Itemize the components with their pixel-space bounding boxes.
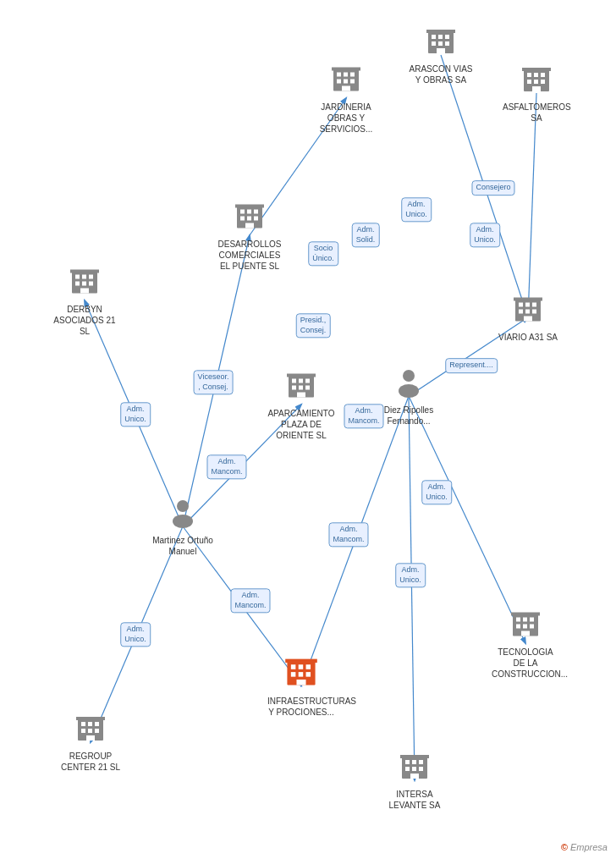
- svg-rect-54: [432, 35, 436, 39]
- svg-rect-38: [254, 210, 258, 214]
- node-arascon: ARASCON VIAS Y OBRAS SA: [407, 25, 475, 85]
- svg-line-11: [528, 93, 536, 317]
- svg-rect-76: [525, 310, 530, 314]
- svg-rect-30: [292, 386, 296, 390]
- svg-rect-71: [514, 298, 542, 301]
- svg-rect-77: [532, 310, 536, 314]
- svg-rect-42: [245, 223, 254, 229]
- svg-rect-100: [523, 618, 527, 622]
- role-badge-15: Represent....: [445, 358, 498, 373]
- svg-rect-113: [419, 767, 423, 771]
- svg-rect-49: [344, 80, 348, 84]
- svg-rect-51: [342, 86, 350, 91]
- node-martinez: Martinez Ortuño Manuel: [149, 496, 217, 557]
- svg-rect-27: [292, 379, 296, 383]
- svg-rect-19: [306, 672, 311, 677]
- svg-rect-112: [412, 767, 416, 771]
- graph-container: INFRAESTRUCTURAS Y PROCIONES... Martinez…: [0, 0, 616, 859]
- svg-rect-37: [247, 210, 251, 214]
- svg-rect-47: [350, 73, 355, 77]
- node-viario: VIARIO A31 SA: [498, 293, 558, 343]
- svg-rect-50: [350, 80, 355, 84]
- svg-rect-13: [285, 659, 317, 663]
- svg-rect-14: [291, 664, 296, 669]
- svg-rect-111: [405, 767, 410, 771]
- svg-rect-92: [95, 722, 99, 726]
- role-badge-10: Presid., Consej.: [296, 313, 331, 338]
- svg-rect-60: [437, 48, 445, 53]
- svg-rect-53: [426, 30, 455, 33]
- node-label-desarrollos: DESARROLLOS COMERCIALES EL PUENTE SL: [216, 239, 283, 272]
- svg-rect-73: [525, 303, 530, 307]
- svg-rect-114: [410, 774, 419, 779]
- svg-rect-48: [337, 80, 341, 84]
- svg-rect-57: [432, 41, 436, 46]
- svg-rect-36: [240, 210, 245, 214]
- svg-rect-75: [519, 310, 523, 314]
- watermark: © Empresa: [561, 842, 608, 852]
- svg-rect-103: [523, 625, 527, 629]
- svg-rect-72: [519, 303, 523, 307]
- svg-rect-45: [337, 73, 341, 77]
- role-badge-11: Viceseor. , Consej.: [194, 370, 234, 394]
- role-badge-3: Adm. Mancom.: [328, 522, 368, 547]
- node-diez: Diez Ripolles Fernando...: [375, 366, 443, 427]
- svg-rect-66: [527, 80, 531, 84]
- node-label-arascon: ARASCON VIAS Y OBRAS SA: [407, 63, 475, 85]
- role-badge-2: Adm. Mancom.: [344, 404, 383, 428]
- svg-rect-17: [291, 672, 296, 677]
- node-label-martinez: Martinez Ortuño Manuel: [149, 535, 217, 557]
- svg-rect-93: [81, 729, 85, 733]
- node-aparcamiento: APARCAMIENTO PLAZA DE ORIENTE SL: [267, 369, 335, 441]
- svg-rect-101: [530, 618, 534, 622]
- role-badge-14: Consejero: [471, 180, 514, 195]
- svg-rect-90: [81, 722, 85, 726]
- svg-rect-98: [511, 613, 540, 616]
- svg-rect-99: [516, 618, 520, 622]
- svg-line-7: [409, 396, 525, 643]
- role-badge-0: Adm. Unico.: [120, 402, 151, 427]
- node-label-asfaltomeros: ASFALTOMEROS SA: [503, 102, 570, 124]
- svg-rect-89: [76, 717, 105, 720]
- svg-rect-108: [405, 760, 410, 764]
- svg-rect-46: [344, 73, 348, 77]
- svg-rect-32: [305, 386, 310, 390]
- svg-rect-87: [80, 289, 89, 294]
- svg-rect-15: [299, 664, 304, 669]
- svg-rect-31: [299, 386, 303, 390]
- svg-rect-84: [75, 282, 80, 286]
- svg-rect-96: [86, 735, 95, 741]
- node-intersa: INTERSA LEVANTE SA: [381, 750, 448, 811]
- svg-rect-40: [247, 217, 251, 221]
- svg-line-6: [409, 396, 415, 780]
- svg-rect-64: [534, 73, 538, 77]
- role-badge-6: Adm. Unico.: [421, 480, 452, 504]
- node-label-aparcamiento: APARCAMIENTO PLAZA DE ORIENTE SL: [267, 408, 335, 441]
- svg-point-22: [173, 515, 193, 528]
- svg-point-24: [399, 384, 419, 398]
- svg-rect-82: [82, 275, 86, 279]
- node-label-viario: VIARIO A31 SA: [498, 332, 558, 343]
- svg-rect-41: [254, 217, 258, 221]
- svg-rect-81: [75, 275, 80, 279]
- svg-point-23: [403, 370, 415, 382]
- svg-rect-63: [527, 73, 531, 77]
- role-badge-7: Adm. Unico.: [395, 563, 426, 587]
- svg-rect-18: [299, 672, 304, 677]
- svg-rect-16: [306, 664, 311, 669]
- svg-rect-68: [541, 80, 545, 84]
- node-infraestructuras: INFRAESTRUCTURAS Y PROCIONES...: [267, 653, 335, 718]
- svg-rect-85: [82, 282, 86, 286]
- node-label-infraestructuras: INFRAESTRUCTURAS Y PROCIONES...: [267, 696, 335, 718]
- svg-rect-26: [287, 374, 316, 377]
- node-label-diez: Diez Ripolles Fernando...: [375, 405, 443, 427]
- node-derbyn: DERBYN ASOCIADOS 21 SL: [51, 265, 118, 337]
- svg-rect-33: [297, 393, 305, 398]
- svg-rect-74: [532, 303, 536, 307]
- node-jardineria: JARDINERIA OBRAS Y SERVICIOS...: [312, 63, 380, 135]
- svg-rect-105: [521, 631, 530, 636]
- svg-rect-86: [89, 282, 93, 286]
- svg-rect-67: [534, 80, 538, 84]
- svg-point-21: [177, 500, 189, 512]
- svg-rect-69: [532, 86, 541, 91]
